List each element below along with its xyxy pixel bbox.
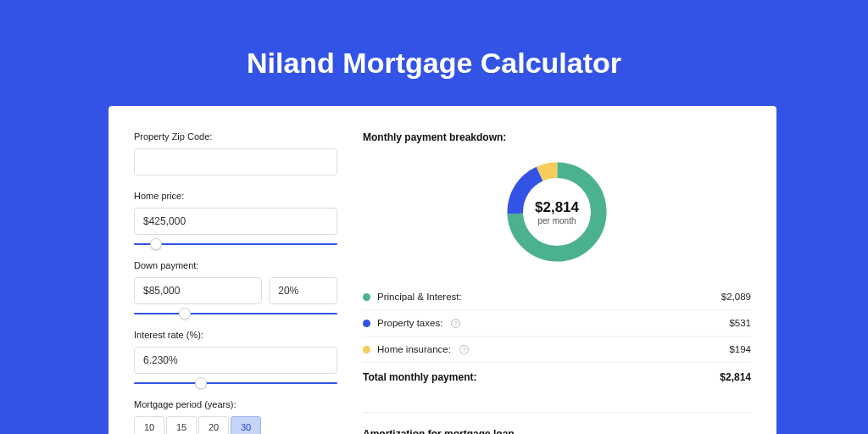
zip-input[interactable]	[134, 148, 337, 175]
info-icon[interactable]: ?	[451, 319, 460, 328]
down-payment-slider[interactable]	[134, 308, 337, 321]
period-btn-15[interactable]: 15	[166, 416, 197, 434]
breakdown-title: Monthly payment breakdown:	[363, 131, 751, 143]
period-label: Mortgage period (years):	[134, 399, 337, 409]
period-btn-30[interactable]: 30	[231, 416, 261, 434]
legend-value-principal: $2,089	[721, 292, 751, 302]
rate-label: Interest rate (%):	[134, 330, 337, 340]
down-payment-label: Down payment:	[134, 260, 337, 270]
total-value: $2,814	[720, 371, 751, 383]
legend-row-insurance: Home insurance: ? $194	[363, 337, 751, 363]
donut-center-sub: per month	[535, 216, 579, 225]
dot-icon	[363, 293, 370, 301]
legend-row-taxes: Property taxes: ? $531	[363, 310, 751, 337]
dot-icon	[363, 320, 370, 327]
results-panel: Monthly payment breakdown: $2,814 per mo…	[363, 131, 751, 434]
amortization-title: Amortization for mortgage loan	[363, 428, 751, 434]
total-label: Total monthly payment:	[363, 371, 476, 383]
home-price-slider[interactable]	[134, 238, 337, 252]
down-payment-input[interactable]	[134, 277, 262, 304]
donut-center-value: $2,814	[535, 199, 579, 216]
down-payment-pct-input[interactable]	[269, 277, 337, 304]
rate-input[interactable]	[134, 347, 337, 374]
legend-value-taxes: $531	[729, 318, 751, 328]
calculator-card: Property Zip Code: Home price: Down paym…	[108, 106, 776, 434]
zip-label: Property Zip Code:	[134, 131, 337, 142]
legend-label-insurance: Home insurance:	[377, 344, 451, 354]
legend-label-taxes: Property taxes:	[377, 318, 442, 328]
amortization-section: Amortization for mortgage loan Amortizat…	[363, 412, 751, 434]
period-buttons: 10 15 20 30	[134, 416, 337, 434]
total-row: Total monthly payment: $2,814	[363, 363, 751, 392]
legend-row-principal: Principal & Interest: $2,089	[363, 284, 751, 310]
home-price-input[interactable]	[134, 208, 337, 235]
dot-icon	[363, 346, 370, 353]
rate-slider[interactable]	[134, 377, 337, 391]
legend-value-insurance: $194	[729, 344, 751, 354]
home-price-label: Home price:	[134, 191, 337, 201]
breakdown-donut: $2,814 per month	[502, 157, 612, 267]
info-icon[interactable]: ?	[459, 345, 469, 354]
period-btn-10[interactable]: 10	[134, 416, 164, 434]
page-title: Niland Mortgage Calculator	[0, 0, 868, 80]
period-btn-20[interactable]: 20	[198, 416, 229, 434]
inputs-panel: Property Zip Code: Home price: Down paym…	[134, 131, 337, 434]
legend-label-principal: Principal & Interest:	[377, 292, 462, 302]
